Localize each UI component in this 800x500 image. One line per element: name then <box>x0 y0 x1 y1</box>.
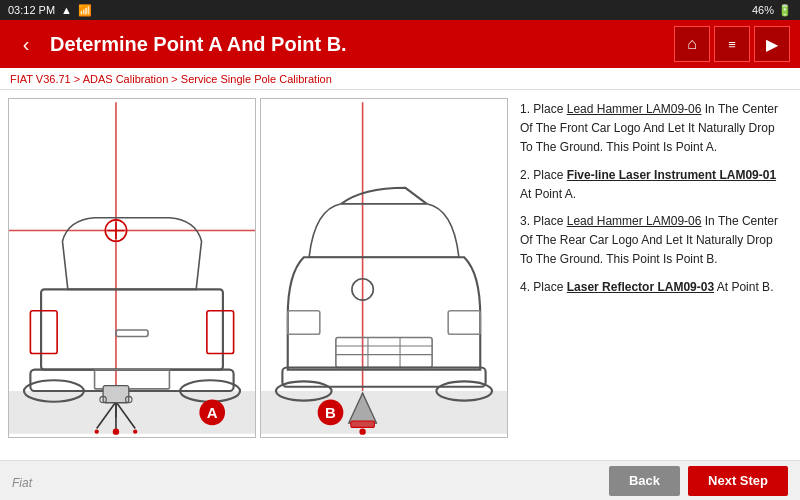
next-step-button[interactable]: Next Step <box>688 466 788 496</box>
step-3: 3. Place Lead Hammer LAM09-06 In The Cen… <box>520 212 788 270</box>
status-bar: 03:12 PM ▲ 📶 46% 🔋 <box>0 0 800 20</box>
doc-icon: ≡ <box>728 37 736 52</box>
status-left: 03:12 PM ▲ 📶 <box>8 4 92 17</box>
wifi-icon: ▲ <box>61 4 72 16</box>
step-4-text: 4. Place Laser Reflector LAM09-03 At Poi… <box>520 280 773 294</box>
svg-rect-28 <box>288 311 320 335</box>
breadcrumb-text: FIAT V36.71 > ADAS Calibration > Service… <box>10 73 332 85</box>
step-2: 2. Place Five-line Laser Instrument LAM0… <box>520 166 788 204</box>
footer: Fiat Back Next Step <box>0 460 800 500</box>
time: 03:12 PM <box>8 4 55 16</box>
home-icon: ⌂ <box>687 35 697 53</box>
svg-rect-18 <box>103 386 129 403</box>
svg-rect-29 <box>448 311 480 335</box>
diagram-right: T1 B <box>260 98 508 438</box>
svg-rect-8 <box>30 311 57 354</box>
car-diagram-rear-svg: T1 B <box>261 99 507 437</box>
svg-rect-27 <box>261 391 507 434</box>
svg-rect-11 <box>116 330 148 336</box>
battery-level: 46% <box>752 4 774 16</box>
document-button[interactable]: ≡ <box>714 26 750 62</box>
svg-rect-9 <box>207 311 234 354</box>
car-diagram-front-svg: A <box>9 99 255 437</box>
svg-point-22 <box>95 430 99 434</box>
signal-icon: 📶 <box>78 4 92 17</box>
header: ‹ Determine Point A And Point B. ⌂ ≡ ▶ <box>0 20 800 68</box>
forward-icon: ▶ <box>766 35 778 54</box>
page-title: Determine Point A And Point B. <box>42 33 674 56</box>
step-2-text: 2. Place Five-line Laser Instrument LAM0… <box>520 168 776 201</box>
brand-label: Fiat <box>12 476 32 490</box>
back-arrow-btn[interactable]: ‹ <box>10 28 42 60</box>
battery-icon: 🔋 <box>778 4 792 17</box>
home-button[interactable]: ⌂ <box>674 26 710 62</box>
step-4: 4. Place Laser Reflector LAM09-03 At Poi… <box>520 278 788 297</box>
svg-rect-30 <box>336 338 432 368</box>
back-button[interactable]: Back <box>609 466 680 496</box>
svg-text:A: A <box>207 404 218 421</box>
diagram-left: A <box>8 98 256 438</box>
step-1-text: 1. Place Lead Hammer LAM09-06 In The Cen… <box>520 102 778 154</box>
forward-button[interactable]: ▶ <box>754 26 790 62</box>
svg-point-23 <box>133 430 137 434</box>
svg-point-42 <box>359 428 365 434</box>
diagrams-area: A <box>8 98 508 438</box>
svg-point-21 <box>113 428 119 434</box>
instructions-area: 1. Place Lead Hammer LAM09-06 In The Cen… <box>516 90 800 460</box>
svg-rect-41 <box>351 421 375 427</box>
step-3-text: 3. Place Lead Hammer LAM09-06 In The Cen… <box>520 214 778 266</box>
main-content: A <box>0 90 800 460</box>
svg-text:B: B <box>325 404 336 421</box>
header-icons: ⌂ ≡ ▶ <box>674 26 790 62</box>
breadcrumb: FIAT V36.71 > ADAS Calibration > Service… <box>0 68 800 90</box>
status-right: 46% 🔋 <box>752 4 792 17</box>
step-1: 1. Place Lead Hammer LAM09-06 In The Cen… <box>520 100 788 158</box>
